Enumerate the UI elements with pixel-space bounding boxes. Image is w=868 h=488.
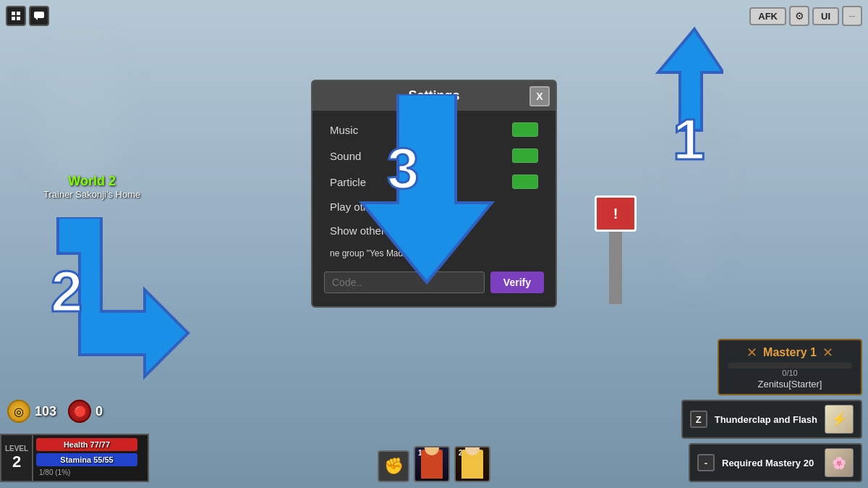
settings-title: Settings bbox=[408, 88, 459, 103]
svg-rect-4 bbox=[34, 12, 44, 18]
verify-button[interactable]: Verify bbox=[490, 272, 544, 293]
mastery-progress: 0/10 bbox=[728, 369, 852, 377]
top-left-icons bbox=[6, 6, 49, 26]
fist-button[interactable]: ✊ bbox=[378, 450, 409, 482]
level-badge: LEVEL 2 bbox=[0, 434, 33, 482]
gem-icon: 🔴 bbox=[68, 400, 91, 423]
top-right-bar: AFK ⚙ UI ··· bbox=[749, 6, 862, 26]
svg-rect-3 bbox=[17, 17, 20, 20]
stamina-bar: Stamina 55/55 bbox=[36, 453, 137, 466]
ability-key-z: Z bbox=[690, 411, 707, 428]
gear-icon: ⚙ bbox=[795, 10, 804, 22]
settings-code-row: Verify bbox=[312, 264, 556, 300]
world-sub: Trainer Sakonji's Home bbox=[43, 189, 140, 200]
mastery-title: Mastery 1 bbox=[763, 346, 817, 359]
gold-icon: ◎ bbox=[7, 400, 30, 423]
settings-row-music: Music bbox=[312, 117, 556, 143]
inventory-slot-1[interactable]: 1 bbox=[414, 446, 450, 482]
gold-currency: ◎ 103 bbox=[7, 400, 56, 423]
mastery-right-sword: ✕ bbox=[822, 345, 833, 361]
ability-key-dash: - bbox=[697, 454, 715, 471]
ability-row-dash: - Required Mastery 20 🌸 bbox=[689, 443, 862, 482]
settings-row-sound: Sound bbox=[312, 143, 556, 169]
stamina-bar-row: Stamina 55/55 bbox=[36, 453, 148, 466]
mastery-name: Zenitsu[Starter] bbox=[728, 379, 852, 390]
settings-music-toggle[interactable] bbox=[512, 122, 538, 137]
gem-currency: 🔴 0 bbox=[68, 400, 103, 423]
right-panel: ✕ Mastery 1 ✕ 0/10 Zenitsu[Starter] Z Th… bbox=[681, 339, 862, 482]
mastery-bar bbox=[728, 363, 852, 369]
svg-marker-5 bbox=[35, 18, 38, 20]
mastery-left-sword: ✕ bbox=[746, 345, 757, 361]
roblox-home-icon[interactable] bbox=[6, 6, 26, 26]
code-input[interactable] bbox=[324, 272, 485, 293]
ability-name-z: Thunderclap and Flash bbox=[715, 414, 817, 425]
health-bar: Health 77/77 bbox=[36, 438, 137, 451]
ability-name-required: Required Mastery 20 bbox=[722, 458, 817, 468]
mastery-panel: ✕ Mastery 1 ✕ 0/10 Zenitsu[Starter] bbox=[718, 339, 862, 395]
bars-container: Health 77/77 Stamina 55/55 1/80 (1%) bbox=[33, 434, 149, 482]
health-bar-row: Health 77/77 bbox=[36, 438, 148, 451]
settings-row-particle: Particle bbox=[312, 169, 556, 195]
settings-row-other-sound: Play other's soun bbox=[312, 195, 556, 219]
afk-button[interactable]: AFK bbox=[749, 7, 786, 25]
settings-body: Music Sound Particle Play other's soun S… bbox=[312, 111, 556, 306]
roblox-chat-icon[interactable] bbox=[29, 6, 49, 26]
svg-rect-2 bbox=[12, 17, 15, 20]
settings-group-label: ne group "Yes Madam" codes! bbox=[330, 248, 446, 258]
settings-sound-label: Sound bbox=[330, 150, 361, 162]
health-text: Health 77/77 bbox=[36, 438, 137, 451]
bottom-left-hud: LEVEL 2 Health 77/77 Stamina 55/55 bbox=[0, 434, 149, 482]
svg-rect-0 bbox=[12, 12, 15, 15]
ui-button[interactable]: UI bbox=[812, 7, 839, 25]
level-label: LEVEL bbox=[5, 445, 28, 453]
settings-row-group: ne group "Yes Madam" codes! bbox=[312, 243, 556, 264]
settings-other-particle-label: Show other's p bbox=[330, 224, 401, 237]
settings-header: Settings X bbox=[312, 81, 556, 111]
gem-value: 0 bbox=[95, 404, 103, 419]
currency-hud: ◎ 103 🔴 0 bbox=[7, 400, 103, 423]
settings-music-label: Music bbox=[330, 124, 358, 136]
more-options-icon[interactable]: ··· bbox=[842, 6, 862, 26]
stamina-text: Stamina 55/55 bbox=[36, 453, 137, 466]
settings-sound-toggle[interactable] bbox=[512, 148, 538, 163]
gold-value: 103 bbox=[35, 404, 56, 419]
svg-rect-1 bbox=[17, 12, 20, 15]
settings-modal: Settings X Music Sound Particle Play oth… bbox=[311, 80, 557, 308]
settings-close-button[interactable]: X bbox=[529, 86, 550, 106]
ability-row-z: Z Thunderclap and Flash ⚡ bbox=[681, 400, 862, 439]
level-value: 2 bbox=[12, 453, 21, 471]
xp-text: 1/80 (1%) bbox=[36, 468, 148, 478]
bottom-center-inventory: ✊ 1 2 bbox=[378, 446, 490, 482]
world-name: World 2 bbox=[43, 174, 140, 189]
settings-row-other-particle: Show other's p bbox=[312, 219, 556, 243]
ability-thumb-required: 🌸 bbox=[825, 448, 854, 477]
settings-particle-label: Particle bbox=[330, 176, 366, 188]
inventory-slot-2[interactable]: 2 bbox=[454, 446, 490, 482]
level-bar: LEVEL 2 Health 77/77 Stamina 55/55 bbox=[0, 434, 149, 482]
settings-icon-btn[interactable]: ⚙ bbox=[789, 6, 809, 26]
ability-thumb-z: ⚡ bbox=[825, 405, 854, 434]
settings-other-sound-label: Play other's soun bbox=[330, 201, 413, 213]
world-label: World 2 Trainer Sakonji's Home bbox=[43, 174, 140, 200]
settings-particle-toggle[interactable] bbox=[512, 174, 538, 189]
